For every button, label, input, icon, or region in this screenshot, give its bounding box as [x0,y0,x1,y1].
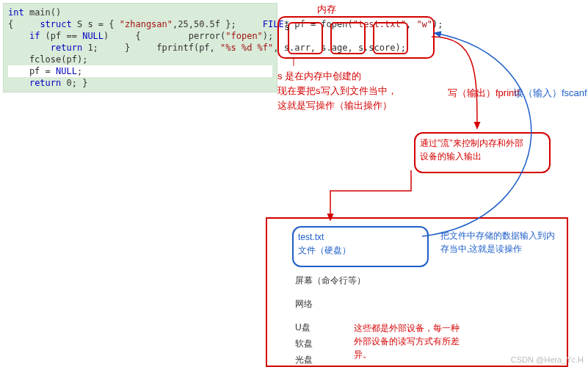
code-line-highlight: pf = NULL; [8,65,272,77]
file-name: test.txt [298,230,423,244]
ext-device-cd: 光盘 [295,354,313,366]
memory-slot [373,22,408,54]
code-line: } [104,43,130,53]
note-line: 外部设备的读写方式有所差 [354,335,501,348]
note-line: 这些都是外部设备，每一种 [354,321,501,335]
ext-devices-note: 这些都是外部设备，每一种 外部设备的读写方式有所差 异。 [354,321,501,361]
annotation-line: 现在要把s写入到文件当中， [277,84,417,98]
stream-line: 设备的输入输出 [420,150,545,163]
annotation-line: 存当中,这就是读操作 [440,242,573,255]
code-line: perror("fopen"); [146,31,273,41]
annotation-line: s 是在内存中创建的 [277,69,417,84]
code-block: int main() { struct S s = { "zhangsan",2… [3,3,277,92]
file-device: 文件（硬盘） [298,244,423,257]
file-box: test.txt 文件（硬盘） [292,226,429,267]
code-line: int main() [8,7,61,18]
fprintf-label: 写（输出）fprintf [448,87,520,100]
code-line: return 1; [8,43,98,53]
memory-title: 内存 [317,3,336,16]
code-line: { [8,19,13,29]
code-line: { [115,31,141,41]
note-line: 异。 [354,348,501,361]
ext-device-udisk: U盘 [295,321,311,334]
stream-line: 通过"流"来控制内存和外部 [420,137,545,150]
annotation-read: 把文件中存储的数据输入到内 存当中,这就是读操作 [440,229,573,255]
watermark: CSDN @Hera_Yc.H [511,355,584,364]
code-line: return 0; [8,78,77,88]
memory-box [277,16,435,59]
code-line: if (pf == NULL) [8,31,109,41]
ext-device-floppy: 软盘 [295,338,313,350]
memory-slot [288,22,323,54]
memory-slot [330,22,366,54]
stream-box: 通过"流"来控制内存和外部 设备的输入输出 [414,132,551,173]
ext-device-network: 网络 [295,298,313,310]
annotation-write: s 是在内存中创建的 现在要把s写入到文件当中， 这就是写操作（输出操作） [277,69,417,113]
annotation-line: 这就是写操作（输出操作） [277,98,417,113]
ext-device-screen: 屏幕（命令行等） [295,275,366,287]
code-line: fclose(pf); [8,54,87,65]
annotation-line: 把文件中存储的数据输入到内 [440,229,573,242]
code-line: struct S s = { "zhangsan",25,50.5f }; [18,19,236,29]
code-line: } [82,78,87,88]
variable-s-label: s [285,22,289,32]
fscanf-label: 读（输入）fscanf [514,87,587,100]
